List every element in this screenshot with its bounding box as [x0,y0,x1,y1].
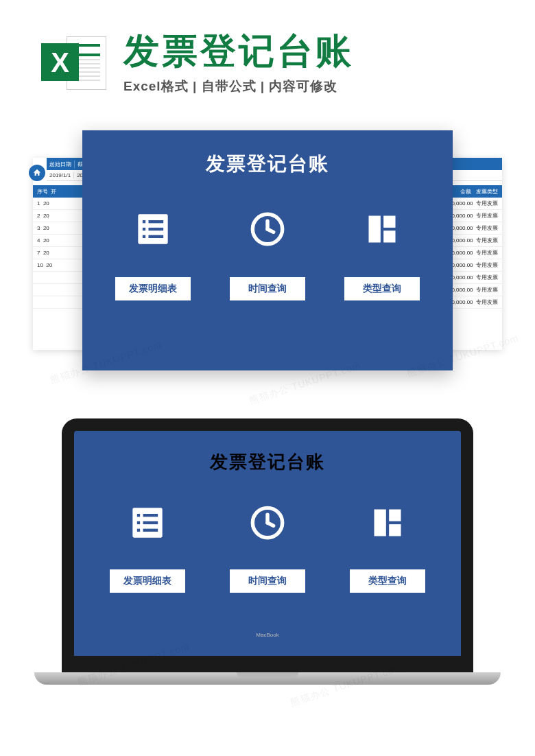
laptop-label: MacBook [256,632,278,638]
grid-icon [364,211,400,247]
svg-rect-23 [374,510,385,536]
panel-title: 发票登记台账 [206,151,329,177]
date-value-start: 2019/1/1 [47,172,74,178]
type-button[interactable]: 类型查询 [344,277,420,300]
time-icon-cell [226,211,309,250]
main-title: 发票登记台账 [123,32,494,71]
svg-rect-2 [149,220,164,223]
svg-rect-18 [137,529,140,532]
grid-icon [370,505,405,541]
excel-logo: X [41,31,106,96]
svg-rect-6 [149,235,164,238]
col-amount: 金额 [460,189,471,195]
svg-line-22 [268,523,274,525]
list-icon [135,211,171,247]
type-button[interactable]: 类型查询 [350,569,425,593]
laptop-base [34,672,501,685]
laptop-mockup: 发票登记台账 发票明细表 时间查询 类型查询 [0,418,535,720]
laptop-screen: 发票登记台账 发票明细表 时间查询 类型查询 [62,418,473,672]
header: X 发票登记台账 Excel格式 | 自带公式 | 内容可修改 [0,0,535,113]
svg-rect-25 [389,524,401,536]
sub-title: Excel格式 | 自带公式 | 内容可修改 [123,78,494,95]
svg-rect-16 [137,521,140,524]
svg-rect-14 [137,514,140,517]
svg-rect-11 [383,216,395,228]
panel-title-laptop: 发票登记台账 [210,450,325,474]
date-header-start: 起始日期 [47,161,75,168]
dashboard-panel: 发票登记台账 发票明细表 时间查询 类型查询 [82,130,453,370]
svg-rect-3 [143,228,145,231]
col-type: 发票类型 [476,189,498,195]
detail-button[interactable]: 发票明细表 [115,277,191,300]
preview-area: 起始日期 截 2019/1/1 20 序号 开 金额 发票类型 1 200,00… [0,130,535,391]
svg-rect-10 [368,216,380,243]
col-seq: 序号 [37,189,48,195]
svg-rect-19 [143,529,158,532]
list-icon [130,505,165,541]
time-button[interactable]: 时间查询 [230,277,305,300]
detail-icon-cell [112,211,194,250]
excel-x-letter: X [41,43,79,81]
col-open: 开 [51,189,56,195]
type-icon-cell [341,211,423,250]
svg-rect-24 [389,510,401,521]
header-text: 发票登记台账 Excel格式 | 自带公式 | 内容可修改 [123,32,494,95]
svg-line-9 [268,229,274,232]
detail-button[interactable]: 发票明细表 [110,569,185,593]
svg-rect-5 [143,235,145,238]
time-button[interactable]: 时间查询 [230,569,305,593]
svg-rect-17 [143,521,158,524]
svg-rect-12 [383,231,395,242]
svg-rect-15 [143,514,158,517]
svg-rect-1 [143,220,145,223]
svg-rect-4 [149,228,164,231]
home-icon[interactable] [29,165,45,181]
clock-icon [250,505,285,541]
clock-icon [250,211,285,247]
